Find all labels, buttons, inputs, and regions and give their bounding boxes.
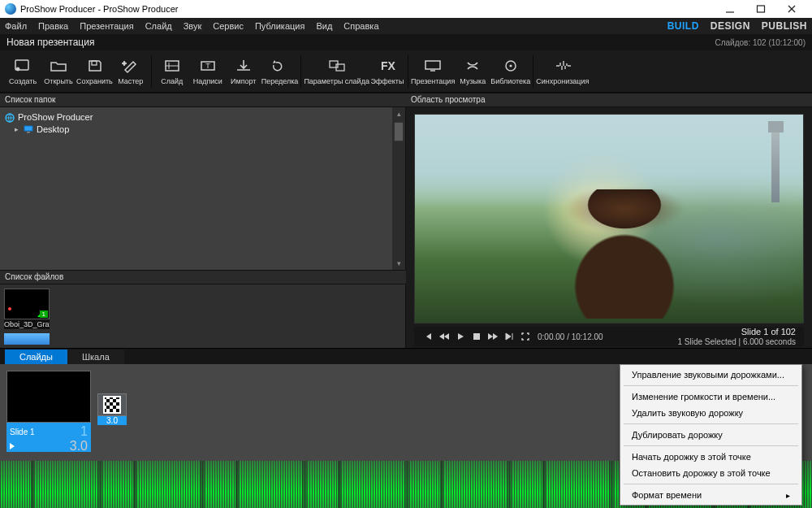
slide-meta: Slide 1 1 <box>6 423 91 441</box>
toolbar-slide-label: Слайд <box>161 77 183 85</box>
slide-duration[interactable]: 3.0 <box>70 439 88 454</box>
window-close-button[interactable] <box>776 4 807 14</box>
toolbar-show-label: Презентация <box>411 77 455 85</box>
playback-selection: 1 Slide Selected | 6.000 seconds <box>678 337 796 347</box>
submenu-arrow-icon: ▸ <box>786 491 790 500</box>
tree-item-root[interactable]: ProShow Producer <box>5 111 400 123</box>
toolbar-slide-button[interactable]: Слайд <box>154 53 190 90</box>
file-list-header: Список файлов <box>0 270 406 284</box>
workflow-tab-publish[interactable]: PUBLISH <box>762 20 807 32</box>
file-thumb[interactable]: Oboi_3D_Grafi... <box>4 289 50 329</box>
menu-show[interactable]: Презентация <box>80 21 133 31</box>
show-header-bar: Новая презентация Слайдов: 102 (10:12:00… <box>0 34 812 50</box>
menu-publish[interactable]: Публикация <box>255 21 304 31</box>
toolbar-slide-options-button[interactable]: Параметры слайда <box>304 53 369 90</box>
toolbar-new-button[interactable]: Создать <box>5 53 41 90</box>
window-title: ProShow Producer - ProShow Producer <box>20 4 178 14</box>
file-thumb-caption: Oboi_3D_Grafi... <box>4 319 50 329</box>
menu-bar: Файл Правка Презентация Слайд Звук Серви… <box>0 18 812 34</box>
playback-position: 0:00.00 / 10:12.00 <box>538 332 603 341</box>
show-summary: Слайдов: 102 (10:12:00) <box>715 38 806 47</box>
toolbar-music-button[interactable]: Музыка <box>455 53 490 90</box>
slide-card[interactable]: Slide 1 1 3.0 <box>6 371 91 452</box>
window-maximize-button[interactable] <box>745 4 776 14</box>
window-titlebar: ProShow Producer - ProShow Producer <box>0 0 812 18</box>
ctx-duplicate-track[interactable]: Дублировать дорожку <box>620 427 801 443</box>
toolbar-remix-button[interactable]: Переделка <box>261 53 299 90</box>
workflow-tab-build[interactable]: BUILD <box>667 20 699 32</box>
ctx-stop-track-here[interactable]: Остановить дорожку в этой точке <box>620 465 801 481</box>
timeline-tabbar: Слайды Шкала <box>0 348 812 364</box>
svg-rect-13 <box>425 61 440 69</box>
svg-text:T: T <box>205 62 210 70</box>
ctx-remove-track[interactable]: Удалить звуковую дорожку <box>620 405 801 421</box>
timeline[interactable]: Slide 1 1 3.0 3.0 Управление звуковыми д… <box>0 364 812 508</box>
transition-button[interactable] <box>97 393 127 416</box>
left-pane: Список папок ProShow Producer ▸ Desktop … <box>0 93 406 348</box>
last-frame-button[interactable] <box>503 331 515 342</box>
workflow-tab-design[interactable]: DESIGN <box>710 20 750 32</box>
toolbar-effects-button[interactable]: FXЭффекты <box>369 53 405 90</box>
menu-slide[interactable]: Слайд <box>145 21 172 31</box>
toolbar-captions-button[interactable]: TНадписи <box>190 53 226 90</box>
toolbar-library-label: Библиотека <box>490 77 530 85</box>
menu-audio[interactable]: Звук <box>184 21 202 31</box>
ctx-start-track-here[interactable]: Начать дорожку в этой точке <box>620 449 801 465</box>
first-frame-button[interactable] <box>422 331 434 342</box>
folder-list[interactable]: ProShow Producer ▸ Desktop ▴ ▾ <box>0 107 406 270</box>
toolbar-wizard-button[interactable]: Мастер <box>113 53 149 90</box>
tree-desktop-label: Desktop <box>37 124 69 134</box>
menu-file[interactable]: Файл <box>5 21 27 31</box>
playback-bar: 0:00.00 / 10:12.00 Slide 1 of 102 1 Slid… <box>414 327 804 346</box>
svg-point-5 <box>16 67 19 71</box>
file-thumb-partial[interactable] <box>4 333 50 345</box>
preview-area <box>406 107 812 327</box>
folder-list-header: Список папок <box>0 93 406 107</box>
toolbar-new-label: Создать <box>9 77 37 85</box>
preview-header: Область просмотра <box>406 93 812 107</box>
scroll-up-icon[interactable]: ▴ <box>392 107 405 120</box>
play-icon[interactable] <box>10 443 15 449</box>
ctx-time-format[interactable]: Формат времени▸ <box>620 487 801 503</box>
menu-help[interactable]: Справка <box>343 21 378 31</box>
play-button[interactable] <box>455 331 466 342</box>
toolbar-save-button[interactable]: Сохранить <box>76 53 113 90</box>
toolbar-slide-options-label: Параметры слайда <box>304 77 369 85</box>
right-pane: Область просмотра 0:00.00 / 10:12.00 Sli… <box>406 93 812 348</box>
slide-name: Slide 1 <box>10 428 35 436</box>
folder-scrollbar[interactable]: ▴ ▾ <box>392 107 405 270</box>
toolbar-save-label: Сохранить <box>76 77 113 85</box>
tree-expand-icon[interactable]: ▸ <box>13 125 20 133</box>
preview-decor <box>570 189 679 319</box>
toolbar-open-label: Открыть <box>44 77 72 85</box>
tree-item-desktop[interactable]: ▸ Desktop <box>5 123 400 135</box>
stop-button[interactable] <box>471 331 482 342</box>
ctx-edit-volume-time[interactable]: Изменение громкости и времени... <box>620 389 801 405</box>
menu-edit[interactable]: Правка <box>38 21 68 31</box>
slide-index: 1 <box>80 424 88 439</box>
window-minimize-button[interactable] <box>715 4 745 14</box>
file-list[interactable]: Oboi_3D_Grafi... <box>0 284 406 348</box>
scroll-down-icon[interactable]: ▾ <box>392 257 405 270</box>
toolbar-captions-label: Надписи <box>193 77 222 85</box>
slide-thumb[interactable] <box>6 371 91 423</box>
toolbar-music-label: Музыка <box>460 77 486 85</box>
menu-service[interactable]: Сервис <box>213 21 244 31</box>
tab-scale[interactable]: Шкала <box>67 350 124 364</box>
preview-canvas[interactable] <box>414 114 804 323</box>
tab-slides[interactable]: Слайды <box>5 350 67 364</box>
toolbar-open-button[interactable]: Открыть <box>41 53 76 90</box>
transition-card[interactable]: 3.0 <box>97 393 127 425</box>
menu-view[interactable]: Вид <box>316 21 332 31</box>
toolbar-library-button[interactable]: Библиотека <box>490 53 530 90</box>
fullscreen-button[interactable] <box>520 331 531 342</box>
transition-duration[interactable]: 3.0 <box>97 416 127 425</box>
toolbar-show-button[interactable]: Презентация <box>411 53 455 90</box>
next-frame-button[interactable] <box>487 331 499 342</box>
prev-frame-button[interactable] <box>438 331 450 342</box>
toolbar-import-button[interactable]: Импорт <box>226 53 261 90</box>
toolbar-sync-button[interactable]: Синхронизация <box>536 53 589 90</box>
svg-rect-19 <box>473 333 480 340</box>
ctx-manage-tracks[interactable]: Управление звуковыми дорожками... <box>620 367 801 383</box>
scroll-thumb[interactable] <box>394 122 404 141</box>
